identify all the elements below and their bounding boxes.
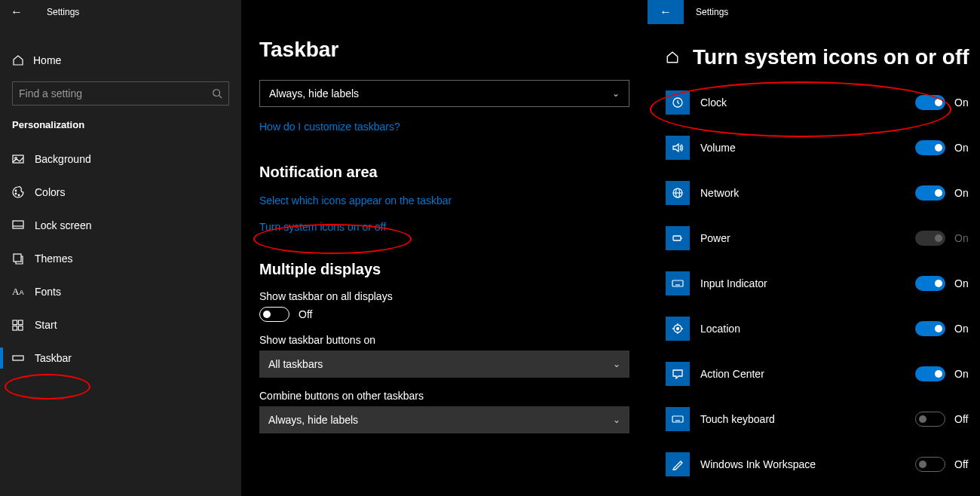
svg-point-4 bbox=[15, 190, 17, 191]
system-icon-label: Windows Ink Workspace bbox=[700, 458, 915, 470]
nav-home-label: Home bbox=[33, 54, 61, 66]
svg-rect-32 bbox=[672, 416, 683, 422]
sidebar-item-start[interactable]: Start bbox=[0, 308, 241, 341]
category-label: Personalization bbox=[0, 106, 241, 135]
svg-point-6 bbox=[18, 194, 20, 196]
system-icon bbox=[666, 90, 690, 115]
back-icon[interactable]: ← bbox=[11, 5, 29, 19]
toggle-state: On bbox=[954, 142, 980, 154]
toggle-switch[interactable] bbox=[915, 276, 945, 291]
dropdown-value: Always, hide labels bbox=[269, 87, 359, 100]
sidebar-item-label: Taskbar bbox=[35, 352, 72, 364]
home-icon[interactable] bbox=[666, 51, 693, 64]
settings-mid-panel: Taskbar Always, hide labels ⌄ How do I c… bbox=[241, 0, 648, 496]
system-icon-label: Touch keyboard bbox=[700, 413, 915, 425]
combine-dropdown-top[interactable]: Always, hide labels ⌄ bbox=[259, 80, 629, 107]
sidebar-item-colors[interactable]: Colors bbox=[0, 176, 241, 209]
svg-rect-14 bbox=[13, 356, 23, 360]
search-input[interactable]: Find a setting bbox=[12, 81, 229, 106]
toggle-state: Off bbox=[954, 413, 980, 425]
toggle-switch[interactable] bbox=[915, 366, 945, 381]
system-icon bbox=[666, 452, 690, 476]
system-icon-row: ClockOn bbox=[648, 80, 980, 125]
show-buttons-dropdown[interactable]: All taskbars ⌄ bbox=[259, 351, 629, 378]
sidebar-item-label: Background bbox=[35, 153, 91, 165]
system-icons-header: Turn system icons on or off bbox=[648, 24, 980, 80]
system-icon-label: Location bbox=[700, 323, 915, 335]
home-icon bbox=[12, 54, 33, 66]
settings-left-panel: ← Settings Home Find a setting Personali… bbox=[0, 0, 241, 496]
system-icon bbox=[666, 226, 690, 250]
image-icon bbox=[12, 153, 35, 165]
toggle-switch[interactable] bbox=[915, 231, 945, 246]
combine-other-label: Combine buttons on other taskbars bbox=[259, 390, 629, 402]
toggle-switch[interactable] bbox=[915, 321, 945, 336]
svg-point-5 bbox=[15, 193, 17, 194]
palette-icon bbox=[12, 186, 35, 198]
themes-icon bbox=[12, 253, 35, 265]
svg-rect-7 bbox=[13, 221, 23, 228]
dropdown-value: Always, hide labels bbox=[268, 414, 358, 426]
sidebar-item-label: Lock screen bbox=[35, 219, 91, 231]
chevron-down-icon: ⌄ bbox=[613, 415, 620, 425]
toggle-state: On bbox=[954, 232, 980, 244]
system-icon-row: Action CenterOn bbox=[648, 351, 980, 396]
svg-line-1 bbox=[219, 96, 222, 99]
system-icon-row: NetworkOn bbox=[648, 170, 980, 216]
dropdown-value: All taskbars bbox=[268, 358, 323, 370]
svg-point-0 bbox=[213, 90, 220, 96]
system-icons-link[interactable]: Turn system icons on or off bbox=[259, 221, 386, 233]
back-button[interactable]: ← bbox=[648, 0, 684, 24]
fonts-icon: AA bbox=[12, 286, 35, 298]
toggle-switch[interactable] bbox=[915, 457, 945, 472]
titlebar-right: ← Settings bbox=[648, 0, 980, 24]
chevron-down-icon: ⌄ bbox=[613, 359, 620, 369]
svg-rect-11 bbox=[18, 320, 23, 324]
toggle-state: On bbox=[954, 277, 980, 289]
toggle-switch[interactable] bbox=[915, 95, 945, 110]
lock-screen-icon bbox=[12, 219, 35, 231]
chevron-down-icon: ⌄ bbox=[612, 88, 620, 99]
search-icon bbox=[212, 88, 222, 99]
toggle-switch[interactable] bbox=[915, 185, 945, 201]
toggle-switch[interactable] bbox=[915, 140, 945, 155]
system-icon-label: Network bbox=[700, 187, 915, 199]
svg-rect-12 bbox=[13, 326, 17, 330]
system-icon-row: LocationOn bbox=[648, 306, 980, 351]
system-icon-label: Volume bbox=[700, 142, 915, 154]
svg-rect-19 bbox=[673, 236, 681, 240]
system-icon-label: Input Indicator bbox=[700, 277, 915, 289]
toggle-switch[interactable] bbox=[915, 412, 945, 427]
system-icon bbox=[666, 317, 690, 341]
sidebar-item-label: Themes bbox=[35, 253, 73, 265]
title-text: Settings bbox=[47, 7, 79, 17]
show-all-displays-toggle[interactable]: Off bbox=[259, 307, 629, 322]
sidebar-item-lock-screen[interactable]: Lock screen bbox=[0, 209, 241, 242]
sidebar-item-themes[interactable]: Themes bbox=[0, 242, 241, 275]
select-icons-link[interactable]: Select which icons appear on the taskbar bbox=[259, 194, 452, 207]
svg-rect-9 bbox=[14, 254, 21, 262]
sidebar-item-background[interactable]: Background bbox=[0, 142, 241, 176]
page-title: Turn system icons on or off bbox=[693, 45, 969, 69]
combine-other-dropdown[interactable]: Always, hide labels ⌄ bbox=[259, 406, 629, 433]
svg-rect-13 bbox=[18, 326, 23, 330]
toggle-state: On bbox=[954, 96, 980, 109]
nav-home[interactable]: Home bbox=[0, 45, 241, 75]
settings-right-panel: ← Settings Turn system icons on or off C… bbox=[648, 0, 980, 496]
sidebar-item-label: Fonts bbox=[35, 286, 61, 298]
system-icon-row: Windows Ink WorkspaceOff bbox=[648, 442, 980, 487]
sidebar-item-taskbar[interactable]: Taskbar bbox=[0, 341, 241, 375]
page-title: Taskbar bbox=[241, 0, 648, 75]
sidebar-item-fonts[interactable]: AA Fonts bbox=[0, 275, 241, 308]
svg-point-27 bbox=[677, 328, 679, 330]
notification-area-header: Notification area bbox=[259, 164, 629, 181]
system-icon-row: Touch keyboardOff bbox=[648, 396, 980, 442]
system-icon-label: Action Center bbox=[700, 368, 915, 380]
show-buttons-label: Show taskbar buttons on bbox=[259, 334, 629, 346]
system-icon bbox=[666, 362, 690, 386]
help-link[interactable]: How do I customize taskbars? bbox=[259, 121, 400, 133]
toggle-state: On bbox=[954, 323, 980, 335]
system-icon-row: PowerOn bbox=[648, 216, 980, 261]
search-placeholder: Find a setting bbox=[19, 87, 82, 100]
system-icon bbox=[666, 271, 690, 295]
